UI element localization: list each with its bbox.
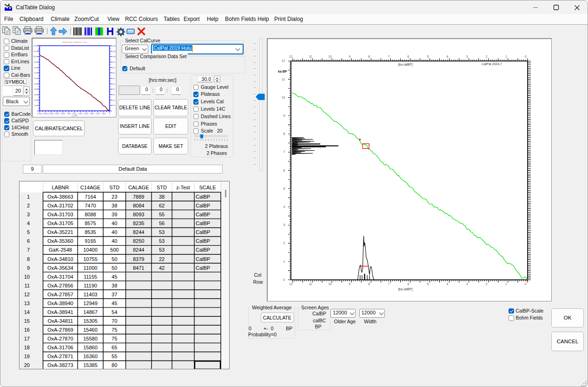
svg-text:8084: 8084	[133, 203, 144, 208]
svg-text:OxA-27869: OxA-27869	[47, 327, 73, 333]
svg-text:7: 7	[27, 247, 30, 253]
svg-text:8088: 8088	[85, 212, 96, 217]
svg-text:OxA-27871: OxA-27871	[47, 354, 73, 359]
svg-text:OxA-27870: OxA-27870	[47, 336, 73, 341]
svg-text:CalBP: CalBP	[196, 256, 210, 261]
svg-text:42: 42	[159, 265, 165, 270]
svg-text:12: 12	[282, 59, 285, 62]
svg-text:1000: 1000	[34, 104, 39, 107]
svg-text:6: 6	[283, 169, 285, 172]
svg-text:0: 0	[525, 55, 527, 58]
svg-text:4000: 4000	[34, 88, 39, 90]
svg-text:15460: 15460	[83, 327, 98, 333]
svg-text:Radiocarbon Calibration Curve: Radiocarbon Calibration Curve	[62, 41, 87, 43]
svg-text:9: 9	[349, 55, 350, 58]
svg-text:OxA-35221: OxA-35221	[47, 229, 73, 235]
svg-text:80: 80	[112, 362, 117, 368]
svg-text:40: 40	[112, 238, 117, 244]
svg-text:OxA-35634: OxA-35634	[47, 265, 73, 270]
svg-text:CALAGE: CALAGE	[128, 184, 149, 190]
svg-text:2000: 2000	[96, 113, 100, 115]
svg-text:16360: 16360	[83, 354, 98, 359]
svg-text:62: 62	[159, 203, 165, 208]
svg-text:11000: 11000	[111, 50, 116, 53]
svg-text:53: 53	[159, 238, 165, 244]
svg-text:5: 5	[283, 187, 285, 190]
svg-text:6000: 6000	[34, 77, 39, 80]
svg-text:9: 9	[349, 282, 350, 286]
svg-text:8235: 8235	[133, 220, 144, 226]
svg-text:5: 5	[427, 282, 429, 286]
svg-text:8244: 8244	[133, 229, 144, 235]
svg-text:65: 65	[112, 345, 117, 350]
svg-text:4000: 4000	[111, 88, 115, 90]
svg-text:OxA-38273: OxA-38273	[47, 362, 73, 368]
svg-text:8471: 8471	[133, 265, 144, 270]
svg-text:OxA-27857: OxA-27857	[47, 291, 73, 297]
svg-text:10400: 10400	[83, 247, 98, 253]
svg-text:15305: 15305	[83, 318, 98, 324]
svg-text:9000: 9000	[111, 61, 115, 63]
svg-text:5: 5	[27, 229, 30, 235]
svg-text:7: 7	[388, 55, 390, 58]
svg-text:8000: 8000	[61, 113, 66, 115]
svg-text:12949: 12949	[83, 300, 98, 306]
svg-text:40: 40	[112, 229, 117, 235]
svg-text:8000: 8000	[111, 67, 115, 69]
svg-text:1: 1	[505, 55, 507, 58]
svg-text:1: 1	[27, 194, 30, 200]
svg-text:1000: 1000	[111, 104, 115, 107]
svg-text:56: 56	[159, 220, 165, 226]
svg-text:8: 8	[368, 55, 370, 58]
svg-text:22: 22	[159, 256, 165, 261]
svg-text:OxA-38941: OxA-38941	[47, 309, 73, 314]
svg-text:40: 40	[112, 220, 117, 226]
svg-text:CalPal 2024.7: CalPal 2024.7	[482, 62, 502, 66]
svg-text:6: 6	[407, 55, 409, 58]
svg-text:CalBP: CalBP	[196, 229, 210, 235]
svg-text:CalBP: CalBP	[196, 194, 210, 200]
svg-text:10000: 10000	[33, 55, 39, 58]
svg-text:8: 8	[27, 256, 30, 261]
svg-text:1000: 1000	[101, 113, 106, 115]
svg-text:4: 4	[27, 220, 30, 226]
svg-text:ka BP: ka BP	[278, 70, 287, 73]
svg-text:38: 38	[112, 282, 117, 288]
svg-text:CalBP: CalBP	[196, 220, 210, 226]
svg-text:CalBP: CalBP	[196, 238, 210, 244]
svg-text:45: 45	[112, 274, 117, 279]
svg-text:8: 8	[368, 282, 370, 286]
svg-text:11155: 11155	[84, 274, 97, 279]
svg-text:14867: 14867	[83, 309, 98, 314]
svg-text:7000: 7000	[111, 72, 115, 74]
svg-text:70: 70	[112, 318, 117, 324]
svg-text:10000: 10000	[48, 113, 54, 115]
svg-text:18: 18	[24, 345, 30, 350]
svg-text:1: 1	[505, 282, 507, 286]
svg-text:6000: 6000	[111, 77, 115, 80]
svg-text:6: 6	[407, 282, 409, 286]
svg-text:6000: 6000	[73, 113, 77, 115]
svg-text:11000: 11000	[33, 50, 39, 53]
svg-text:15860: 15860	[83, 345, 98, 350]
svg-text:11: 11	[309, 282, 312, 286]
svg-text:OxA-31704: OxA-31704	[47, 274, 73, 279]
svg-text:1: 1	[283, 260, 285, 263]
svg-text:10: 10	[282, 96, 285, 99]
svg-text:[ka calBP]: [ka calBP]	[398, 287, 413, 291]
svg-text:8093: 8093	[133, 212, 144, 217]
svg-text:11: 11	[282, 78, 285, 81]
svg-text:4000: 4000	[84, 113, 89, 115]
svg-text:15580: 15580	[83, 336, 98, 341]
svg-text:2000: 2000	[111, 99, 115, 101]
svg-text:GaK-2548: GaK-2548	[49, 247, 72, 253]
svg-text:10: 10	[328, 282, 332, 286]
svg-text:OxA-38940: OxA-38940	[47, 300, 73, 306]
svg-text:7164: 7164	[85, 194, 96, 200]
svg-text:7470: 7470	[85, 203, 96, 208]
svg-text:55: 55	[159, 212, 165, 217]
svg-text:2: 2	[486, 55, 488, 58]
svg-text:7: 7	[283, 150, 285, 153]
svg-text:8000: 8000	[34, 67, 39, 69]
svg-text:6: 6	[27, 238, 30, 244]
